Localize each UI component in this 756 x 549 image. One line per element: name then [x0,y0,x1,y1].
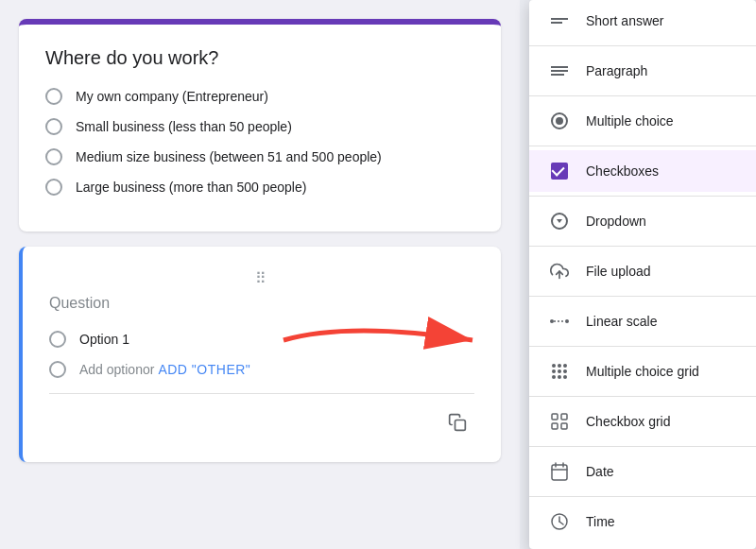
radio-2[interactable] [45,118,62,135]
radio-5[interactable] [49,331,66,348]
svg-rect-28 [552,465,567,480]
menu-label-checkboxes: Checkboxes [586,163,659,179]
copy-button[interactable] [440,405,474,439]
svg-point-19 [558,369,561,373]
question-title-1: Where do you work? [45,47,474,69]
menu-item-short-answer[interactable]: Short answer [529,0,756,42]
menu-label-file-upload: File upload [586,264,651,279]
question-card-1: Where do you work? My own company (Entre… [19,19,501,232]
divider-8 [529,396,756,397]
card-bottom-toolbar [49,393,474,439]
svg-rect-26 [552,423,558,429]
menu-label-multiple-choice: Multiple choice [586,113,674,129]
svg-rect-27 [561,423,567,429]
svg-point-8 [556,117,563,125]
divider-10 [529,496,756,497]
option-row-2: Small business (less than 50 people) [45,118,474,135]
svg-point-21 [552,375,556,379]
question-title-2[interactable]: Question [49,295,474,312]
divider-9 [529,446,756,447]
drag-handle[interactable]: ⠿ [49,269,474,287]
svg-point-22 [558,375,561,379]
radio-add[interactable] [49,361,66,378]
svg-point-23 [563,375,567,379]
svg-rect-0 [455,420,466,431]
dropdown-icon [548,210,571,232]
menu-item-linear-scale[interactable]: Linear scale [529,300,756,342]
svg-point-12 [550,319,554,323]
svg-point-14 [565,319,569,323]
add-option-or: or [143,362,154,377]
menu-item-checkbox-grid[interactable]: Checkbox grid [529,401,756,442]
menu-label-linear-scale: Linear scale [586,314,658,329]
svg-rect-25 [561,414,567,420]
date-icon [548,460,571,483]
svg-point-17 [563,364,567,368]
divider-1 [529,45,756,46]
menu-label-multiple-choice-grid: Multiple choice grid [586,364,699,379]
radio-1[interactable] [45,88,62,105]
menu-label-dropdown: Dropdown [586,214,646,229]
menu-item-multiple-choice[interactable]: Multiple choice [529,100,756,142]
question-type-dropdown: Short answer Paragraph Multiple choice [529,0,756,549]
paragraph-icon [548,60,571,82]
svg-point-20 [563,369,567,373]
add-option-row: Add option or ADD "OTHER" [49,361,474,378]
multiple-choice-icon [548,110,571,132]
menu-item-dropdown[interactable]: Dropdown [529,200,756,242]
menu-item-checkboxes[interactable]: Checkboxes [529,150,756,192]
option-label-2: Small business (less than 50 people) [76,119,292,134]
linear-scale-icon [548,310,571,333]
radio-4[interactable] [45,179,62,196]
svg-point-18 [552,369,556,373]
checkbox-checked-icon [551,163,568,180]
option-label-1: My own company (Entrepreneur) [76,89,268,104]
divider-3 [529,146,756,146]
option-row-5: Option 1 [49,331,474,348]
option-row-1: My own company (Entrepreneur) [45,88,474,105]
svg-point-15 [552,364,556,368]
option-label-4: Large business (more than 500 people) [76,180,306,195]
option-label-3: Medium size business (between 51 and 500… [76,149,382,164]
main-area: Where do you work? My own company (Entre… [0,0,520,549]
add-option-text[interactable]: Add option [79,362,143,377]
menu-item-time[interactable]: Time [529,501,756,542]
time-icon [548,510,571,533]
divider-7 [529,346,756,347]
svg-rect-24 [552,414,558,420]
menu-label-date: Date [586,464,614,479]
menu-label-paragraph: Paragraph [586,63,647,78]
checkbox-grid-icon [548,410,571,433]
file-upload-icon [548,260,571,283]
multiple-choice-grid-icon [548,360,571,383]
divider-2 [529,95,756,96]
checkboxes-icon [548,160,571,182]
divider-6 [529,296,756,297]
add-other-button[interactable]: ADD "OTHER" [158,362,250,377]
option-row-4: Large business (more than 500 people) [45,179,474,196]
menu-item-paragraph[interactable]: Paragraph [529,50,756,92]
svg-point-16 [558,364,561,368]
svg-line-34 [559,522,563,524]
menu-item-file-upload[interactable]: File upload [529,250,756,292]
divider-4 [529,196,756,197]
question-card-2: ⠿ Question Option 1 Add option or ADD "O… [19,247,501,462]
menu-item-date[interactable]: Date [529,451,756,492]
menu-item-multiple-choice-grid[interactable]: Multiple choice grid [529,351,756,392]
divider-5 [529,246,756,247]
radio-3[interactable] [45,148,62,165]
menu-label-checkbox-grid: Checkbox grid [586,414,671,429]
svg-marker-10 [557,219,562,223]
menu-label-time: Time [586,514,615,529]
short-answer-icon [548,9,571,32]
option-row-3: Medium size business (between 51 and 500… [45,148,474,165]
menu-label-short-answer: Short answer [586,13,663,28]
option-label-5: Option 1 [79,332,129,347]
